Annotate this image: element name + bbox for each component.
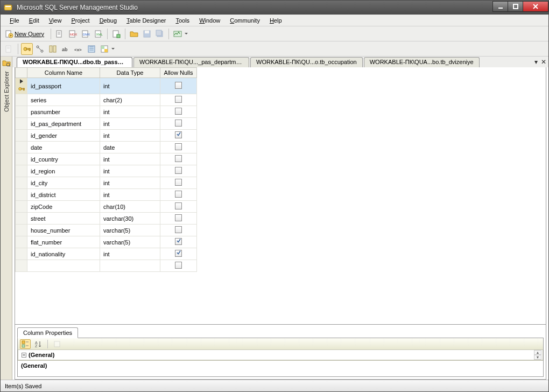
cell-data-type[interactable]: int <box>100 106 160 118</box>
cell-column-name[interactable]: id_nationality <box>27 248 100 260</box>
cell-column-name[interactable]: zipCode <box>27 201 100 213</box>
allow-nulls-checkbox[interactable] <box>175 202 182 209</box>
menu-community[interactable]: Community <box>225 16 265 25</box>
cell-data-type[interactable]: int <box>100 248 160 260</box>
allow-nulls-checkbox[interactable] <box>175 238 182 245</box>
open-project-icon[interactable] <box>110 28 122 40</box>
row-header[interactable] <box>16 130 27 142</box>
cell-allow-nulls[interactable] <box>160 94 197 106</box>
allow-nulls-checkbox[interactable] <box>175 131 182 138</box>
table-row[interactable]: id_countryint <box>16 153 197 165</box>
set-primary-key-icon[interactable] <box>21 43 33 55</box>
xmla-query-icon[interactable]: XML <box>93 28 104 40</box>
cell-data-type[interactable] <box>100 260 160 272</box>
fulltext-index-icon[interactable]: ab <box>60 43 72 55</box>
table-row[interactable]: house_numbervarchar(5) <box>16 225 197 236</box>
row-header[interactable] <box>16 106 27 118</box>
active-files-dropdown-icon[interactable]: ▾ <box>534 58 538 66</box>
cell-column-name[interactable] <box>27 260 100 272</box>
maximize-button[interactable] <box>508 1 523 12</box>
table-row[interactable]: id_pas_departmentint <box>16 118 197 130</box>
row-header[interactable] <box>16 225 27 236</box>
cell-allow-nulls[interactable] <box>160 236 197 248</box>
table-row[interactable]: id_genderint <box>16 130 197 142</box>
alphabetical-view-icon[interactable]: AZ <box>33 339 44 349</box>
table-row[interactable]: id_districtint <box>16 189 197 201</box>
allow-nulls-checkbox[interactable] <box>175 82 182 89</box>
cell-allow-nulls[interactable] <box>160 213 197 225</box>
relationships-icon[interactable] <box>34 43 46 55</box>
cell-column-name[interactable]: date <box>27 142 100 153</box>
titlebar[interactable]: Microsoft SQL Server Management Studio <box>1 1 548 15</box>
cell-data-type[interactable]: varchar(5) <box>100 225 160 236</box>
cell-column-name[interactable]: id_passport <box>27 78 100 94</box>
menu-debug[interactable]: Debug <box>95 16 122 25</box>
cell-allow-nulls[interactable] <box>160 118 197 130</box>
cell-allow-nulls[interactable] <box>160 142 197 153</box>
cell-allow-nulls[interactable] <box>160 165 197 177</box>
spatial-index-icon[interactable] <box>98 43 110 55</box>
close-document-icon[interactable]: ✕ <box>541 58 546 66</box>
cell-column-name[interactable]: id_city <box>27 177 100 189</box>
menu-edit[interactable]: Edit <box>24 16 44 25</box>
cell-column-name[interactable]: street <box>27 213 100 225</box>
cell-column-name[interactable]: id_region <box>27 165 100 177</box>
cell-data-type[interactable]: int <box>100 153 160 165</box>
cell-data-type[interactable]: int <box>100 189 160 201</box>
allow-nulls-checkbox[interactable] <box>175 167 182 174</box>
cell-column-name[interactable]: pasnumber <box>27 106 100 118</box>
header-column-name[interactable]: Column Name <box>27 68 100 78</box>
new-db-query-icon[interactable] <box>54 28 66 40</box>
cell-allow-nulls[interactable] <box>160 260 197 272</box>
row-header[interactable] <box>16 236 27 248</box>
menu-tools[interactable]: Tools <box>171 16 194 25</box>
cell-data-type[interactable]: int <box>100 130 160 142</box>
header-allow-nulls[interactable]: Allow Nulls <box>160 68 197 78</box>
cell-data-type[interactable]: date <box>100 142 160 153</box>
cell-data-type[interactable]: int <box>100 118 160 130</box>
menu-table-designer[interactable]: Table Designer <box>122 16 171 25</box>
scroll-up-icon[interactable]: ▲ <box>534 350 541 355</box>
header-data-type[interactable]: Data Type <box>100 68 160 78</box>
allow-nulls-checkbox[interactable] <box>175 226 182 233</box>
allow-nulls-checkbox[interactable] <box>175 143 182 150</box>
cell-column-name[interactable]: series <box>27 94 100 106</box>
row-header[interactable] <box>16 94 27 106</box>
toolbar2-overflow-icon[interactable] <box>111 43 115 55</box>
scroll-down-icon[interactable]: ▼ <box>534 355 541 360</box>
table-row[interactable]: serieschar(2) <box>16 94 197 106</box>
mdx-query-icon[interactable]: MDX <box>67 28 79 40</box>
cell-column-name[interactable]: id_country <box>27 153 100 165</box>
column-properties-tab[interactable]: Column Properties <box>17 327 78 338</box>
table-row[interactable]: streetvarchar(30) <box>16 213 197 225</box>
allow-nulls-checkbox[interactable] <box>175 108 182 115</box>
table-row[interactable]: id_passportint <box>16 78 197 94</box>
table-row[interactable]: id_cityint <box>16 177 197 189</box>
cell-column-name[interactable]: id_pas_department <box>27 118 100 130</box>
row-header[interactable] <box>16 142 27 153</box>
xml-index-icon[interactable]: <x> <box>73 43 85 55</box>
close-button[interactable] <box>523 1 548 12</box>
indexes-icon[interactable] <box>47 43 59 55</box>
expand-icon[interactable]: − <box>22 353 26 358</box>
menu-project[interactable]: Project <box>66 16 94 25</box>
cell-allow-nulls[interactable] <box>160 106 197 118</box>
cell-column-name[interactable]: id_gender <box>27 130 100 142</box>
table-row[interactable]: zipCodechar(10) <box>16 201 197 213</box>
check-constraints-icon[interactable] <box>86 43 97 55</box>
row-header[interactable] <box>16 260 27 272</box>
allow-nulls-checkbox[interactable] <box>175 214 182 221</box>
table-row[interactable] <box>16 260 197 272</box>
activity-monitor-icon[interactable] <box>172 28 184 40</box>
cell-allow-nulls[interactable] <box>160 130 197 142</box>
document-tab[interactable]: WORKABLE-ПК\QU..._pas_department <box>133 57 249 67</box>
menu-file[interactable]: File <box>5 16 24 25</box>
allow-nulls-checkbox[interactable] <box>175 96 182 103</box>
cell-column-name[interactable]: house_number <box>27 225 100 236</box>
row-header[interactable] <box>16 177 27 189</box>
cell-allow-nulls[interactable] <box>160 78 197 94</box>
row-header[interactable] <box>16 153 27 165</box>
open-file-icon[interactable] <box>128 28 140 40</box>
row-header[interactable] <box>16 78 27 94</box>
menu-help[interactable]: Help <box>265 16 287 25</box>
